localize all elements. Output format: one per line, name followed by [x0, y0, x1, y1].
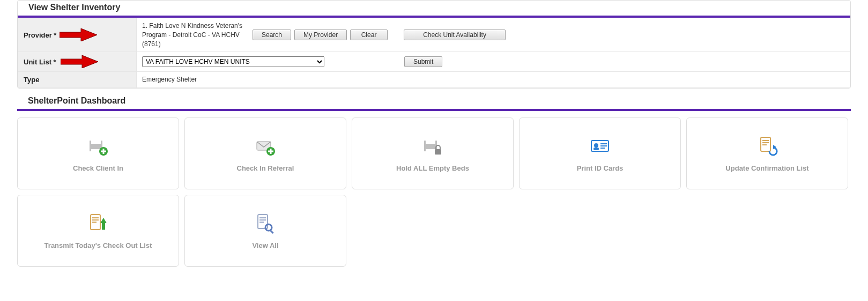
- svg-rect-7: [101, 150, 106, 152]
- view-all-card[interactable]: View All: [184, 195, 346, 267]
- svg-rect-29: [92, 219, 99, 221]
- svg-rect-21: [600, 148, 605, 149]
- print-id-cards-card[interactable]: Print ID Cards: [519, 118, 681, 189]
- bed-plus-icon: [87, 135, 109, 157]
- doc-refresh-icon: [756, 135, 778, 157]
- transmit-checkout-list-card[interactable]: Transmit Today's Check Out List: [17, 195, 179, 267]
- unit-list-select[interactable]: VA FAITH LOVE HCHV MEN UNITS: [142, 56, 324, 67]
- mail-plus-icon: [255, 135, 276, 157]
- check-client-in-card[interactable]: Check Client In: [17, 118, 179, 189]
- clear-button[interactable]: Clear: [350, 30, 388, 40]
- provider-value: 1. Faith Love N Kindness Veteran's Progr…: [142, 21, 249, 48]
- svg-rect-18: [593, 148, 599, 150]
- svg-rect-20: [600, 145, 607, 146]
- svg-rect-30: [92, 222, 97, 223]
- card-label: Print ID Cards: [577, 164, 624, 172]
- submit-button[interactable]: Submit: [404, 56, 442, 67]
- check-unit-availability-button[interactable]: Check Unit Availability: [404, 30, 506, 40]
- check-in-referral-card[interactable]: Check In Referral: [184, 118, 346, 189]
- svg-rect-23: [762, 140, 769, 141]
- svg-rect-13: [424, 141, 426, 151]
- doc-search-icon: [255, 212, 276, 234]
- dashboard-title: ShelterPoint Dashboard: [17, 94, 851, 111]
- svg-rect-35: [259, 219, 266, 221]
- update-confirmation-list-card[interactable]: Update Confirmation List: [686, 118, 848, 189]
- svg-rect-25: [762, 144, 767, 145]
- search-button[interactable]: Search: [253, 30, 291, 40]
- svg-point-17: [594, 143, 598, 148]
- hold-empty-beds-card[interactable]: Hold ALL Empty Beds: [352, 118, 514, 189]
- type-label: Type: [24, 76, 39, 84]
- svg-rect-11: [268, 150, 273, 152]
- svg-rect-36: [259, 222, 264, 223]
- svg-rect-3: [90, 141, 91, 151]
- unit-list-label: Unit List *: [24, 58, 56, 66]
- svg-marker-31: [100, 218, 107, 223]
- svg-rect-32: [102, 223, 105, 230]
- arrow-icon: [60, 28, 97, 41]
- card-label: Transmit Today's Check Out List: [44, 241, 152, 249]
- my-provider-button[interactable]: My Provider: [294, 30, 347, 40]
- svg-rect-24: [762, 142, 769, 143]
- svg-rect-34: [259, 217, 266, 218]
- svg-rect-12: [424, 144, 437, 149]
- doc-up-icon: [87, 212, 109, 234]
- provider-label: Provider *: [24, 31, 56, 39]
- card-label: Update Confirmation List: [725, 164, 808, 172]
- id-card-icon: [589, 135, 611, 157]
- shelterpoint-dashboard-panel: ShelterPoint Dashboard Check Client In: [17, 94, 851, 273]
- card-label: Check Client In: [73, 164, 123, 172]
- svg-rect-28: [92, 217, 99, 218]
- arrow-icon: [61, 55, 98, 68]
- bed-lock-icon: [422, 135, 443, 157]
- svg-rect-19: [600, 143, 607, 144]
- type-value: Emergency Shelter: [142, 76, 197, 83]
- card-label: Check In Referral: [237, 164, 294, 172]
- card-label: View All: [252, 241, 278, 249]
- svg-marker-0: [60, 28, 97, 41]
- svg-rect-38: [270, 230, 274, 234]
- svg-marker-1: [61, 55, 98, 68]
- svg-rect-15: [435, 149, 441, 155]
- card-label: Hold ALL Empty Beds: [396, 164, 469, 172]
- shelter-inventory-panel: View Shelter Inventory Provider *: [17, 0, 851, 89]
- dashboard-grid: Check Client In Check In Referral: [17, 111, 851, 273]
- shelter-inventory-title: View Shelter Inventory: [18, 1, 850, 18]
- inventory-form-table: Provider * 1. Faith Love N Kindness Vete…: [18, 18, 850, 88]
